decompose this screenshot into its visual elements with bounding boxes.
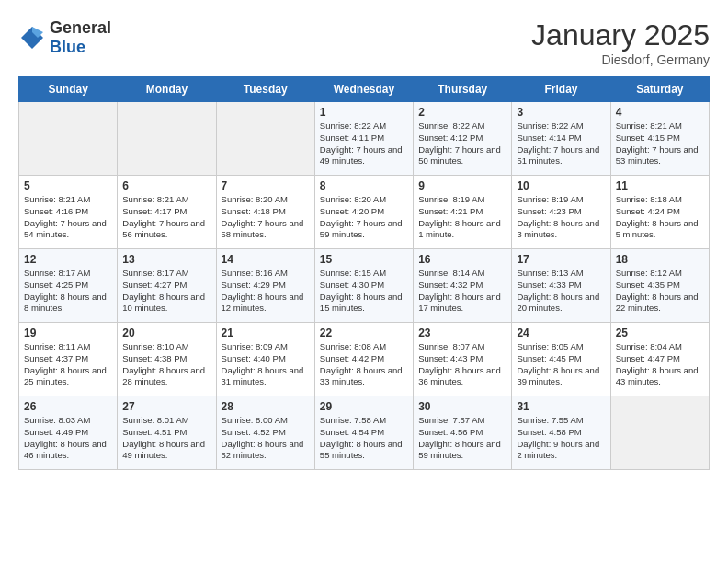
cell-content: Sunrise: 8:10 AM Sunset: 4:38 PM Dayligh… [122,341,210,388]
day-number: 6 [122,179,210,192]
day-number: 13 [122,253,210,266]
cell-content: Sunrise: 8:22 AM Sunset: 4:14 PM Dayligh… [517,121,605,167]
cell-content: Sunrise: 8:20 AM Sunset: 4:20 PM Dayligh… [320,194,408,241]
calendar-cell: 17Sunrise: 8:13 AM Sunset: 4:33 PM Dayli… [512,249,610,323]
day-number: 15 [320,253,408,266]
day-number: 23 [418,327,506,339]
calendar-cell: 24Sunrise: 8:05 AM Sunset: 4:45 PM Dayli… [512,323,610,396]
day-number: 18 [616,253,704,266]
cell-content: Sunrise: 8:13 AM Sunset: 4:33 PM Dayligh… [517,268,605,315]
logo: General Blue [18,18,111,57]
calendar-table: SundayMondayTuesdayWednesdayThursdayFrid… [18,76,710,470]
day-header-sunday: Sunday [19,77,118,102]
calendar-cell: 12Sunrise: 8:17 AM Sunset: 4:25 PM Dayli… [19,249,118,323]
subtitle: Diesdorf, Germany [531,52,710,67]
day-number: 22 [320,327,408,339]
calendar-cell: 1Sunrise: 8:22 AM Sunset: 4:11 PM Daylig… [314,102,413,176]
cell-content: Sunrise: 8:17 AM Sunset: 4:25 PM Dayligh… [24,268,112,315]
cell-content: Sunrise: 8:03 AM Sunset: 4:49 PM Dayligh… [24,415,112,462]
day-number: 24 [517,327,605,339]
day-number: 12 [24,253,112,266]
cell-content: Sunrise: 8:21 AM Sunset: 4:16 PM Dayligh… [24,194,112,241]
logo-blue: Blue [50,38,85,56]
cell-content: Sunrise: 8:21 AM Sunset: 4:17 PM Dayligh… [122,194,210,241]
calendar-cell: 15Sunrise: 8:15 AM Sunset: 4:30 PM Dayli… [314,249,413,323]
day-number: 3 [517,106,605,119]
day-number: 8 [320,179,408,192]
calendar-cell: 4Sunrise: 8:21 AM Sunset: 4:15 PM Daylig… [610,102,709,176]
cell-content: Sunrise: 8:08 AM Sunset: 4:42 PM Dayligh… [320,341,408,388]
day-number: 19 [24,327,112,339]
day-number: 16 [418,253,506,266]
calendar-cell: 13Sunrise: 8:17 AM Sunset: 4:27 PM Dayli… [118,249,216,323]
cell-content: Sunrise: 8:19 AM Sunset: 4:23 PM Dayligh… [517,194,605,241]
cell-content: Sunrise: 8:11 AM Sunset: 4:37 PM Dayligh… [24,341,112,388]
day-number: 11 [616,179,704,192]
calendar-cell: 19Sunrise: 8:11 AM Sunset: 4:37 PM Dayli… [19,323,118,396]
calendar-cell [216,102,314,176]
calendar-cell: 25Sunrise: 8:04 AM Sunset: 4:47 PM Dayli… [610,323,709,396]
calendar-cell: 30Sunrise: 7:57 AM Sunset: 4:56 PM Dayli… [414,396,512,470]
calendar-cell: 2Sunrise: 8:22 AM Sunset: 4:12 PM Daylig… [414,102,512,176]
day-number: 4 [616,106,704,119]
day-number: 21 [222,327,310,339]
calendar-week-row: 1Sunrise: 8:22 AM Sunset: 4:11 PM Daylig… [19,102,710,176]
day-header-tuesday: Tuesday [216,77,314,102]
calendar-cell: 7Sunrise: 8:20 AM Sunset: 4:18 PM Daylig… [216,176,314,249]
cell-content: Sunrise: 8:04 AM Sunset: 4:47 PM Dayligh… [616,341,704,388]
calendar-cell: 18Sunrise: 8:12 AM Sunset: 4:35 PM Dayli… [610,249,709,323]
calendar-header-row: SundayMondayTuesdayWednesdayThursdayFrid… [19,77,710,102]
day-number: 9 [418,179,506,192]
day-header-friday: Friday [512,77,610,102]
calendar-cell: 31Sunrise: 7:55 AM Sunset: 4:58 PM Dayli… [512,396,610,470]
cell-content: Sunrise: 7:58 AM Sunset: 4:54 PM Dayligh… [320,415,408,462]
cell-content: Sunrise: 7:55 AM Sunset: 4:58 PM Dayligh… [517,415,605,462]
calendar-cell: 11Sunrise: 8:18 AM Sunset: 4:24 PM Dayli… [610,176,709,249]
cell-content: Sunrise: 8:00 AM Sunset: 4:52 PM Dayligh… [222,415,310,462]
cell-content: Sunrise: 8:07 AM Sunset: 4:43 PM Dayligh… [418,341,506,388]
day-number: 29 [320,400,408,413]
cell-content: Sunrise: 8:17 AM Sunset: 4:27 PM Dayligh… [122,268,210,315]
calendar-cell [19,102,118,176]
day-number: 26 [24,400,112,413]
cell-content: Sunrise: 8:21 AM Sunset: 4:15 PM Dayligh… [616,121,704,167]
calendar-cell: 20Sunrise: 8:10 AM Sunset: 4:38 PM Dayli… [118,323,216,396]
cell-content: Sunrise: 8:12 AM Sunset: 4:35 PM Dayligh… [616,268,704,315]
logo-icon [18,24,46,52]
calendar-cell [118,102,216,176]
calendar-cell: 26Sunrise: 8:03 AM Sunset: 4:49 PM Dayli… [19,396,118,470]
cell-content: Sunrise: 8:20 AM Sunset: 4:18 PM Dayligh… [222,194,310,241]
day-number: 2 [418,106,506,119]
day-number: 17 [517,253,605,266]
day-number: 10 [517,179,605,192]
cell-content: Sunrise: 8:15 AM Sunset: 4:30 PM Dayligh… [320,268,408,315]
cell-content: Sunrise: 8:14 AM Sunset: 4:32 PM Dayligh… [418,268,506,315]
cell-content: Sunrise: 8:22 AM Sunset: 4:11 PM Dayligh… [320,121,408,167]
day-number: 27 [122,400,210,413]
calendar-week-row: 26Sunrise: 8:03 AM Sunset: 4:49 PM Dayli… [19,396,710,470]
month-title: January 2025 [531,18,710,52]
day-number: 14 [222,253,310,266]
calendar-cell: 14Sunrise: 8:16 AM Sunset: 4:29 PM Dayli… [216,249,314,323]
day-number: 31 [517,400,605,413]
day-number: 28 [222,400,310,413]
cell-content: Sunrise: 8:19 AM Sunset: 4:21 PM Dayligh… [418,194,506,241]
cell-content: Sunrise: 7:57 AM Sunset: 4:56 PM Dayligh… [418,415,506,462]
calendar-cell: 22Sunrise: 8:08 AM Sunset: 4:42 PM Dayli… [314,323,413,396]
cell-content: Sunrise: 8:09 AM Sunset: 4:40 PM Dayligh… [222,341,310,388]
calendar-cell: 21Sunrise: 8:09 AM Sunset: 4:40 PM Dayli… [216,323,314,396]
calendar-cell: 8Sunrise: 8:20 AM Sunset: 4:20 PM Daylig… [314,176,413,249]
day-header-thursday: Thursday [414,77,512,102]
cell-content: Sunrise: 8:05 AM Sunset: 4:45 PM Dayligh… [517,341,605,388]
cell-content: Sunrise: 8:22 AM Sunset: 4:12 PM Dayligh… [418,121,506,167]
calendar-cell: 5Sunrise: 8:21 AM Sunset: 4:16 PM Daylig… [19,176,118,249]
day-number: 1 [320,106,408,119]
calendar-cell: 6Sunrise: 8:21 AM Sunset: 4:17 PM Daylig… [118,176,216,249]
calendar-cell: 28Sunrise: 8:00 AM Sunset: 4:52 PM Dayli… [216,396,314,470]
calendar-cell: 16Sunrise: 8:14 AM Sunset: 4:32 PM Dayli… [414,249,512,323]
day-header-saturday: Saturday [610,77,709,102]
calendar-week-row: 19Sunrise: 8:11 AM Sunset: 4:37 PM Dayli… [19,323,710,396]
calendar-cell: 3Sunrise: 8:22 AM Sunset: 4:14 PM Daylig… [512,102,610,176]
cell-content: Sunrise: 8:01 AM Sunset: 4:51 PM Dayligh… [122,415,210,462]
logo-general: General [50,18,111,37]
